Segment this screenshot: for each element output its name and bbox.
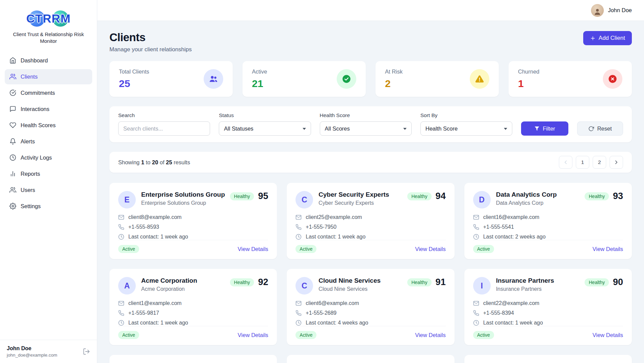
client-email: client8@example.com <box>128 214 182 220</box>
envelope-icon <box>118 214 124 220</box>
client-card: C Cyber Security Experts Cyber Security … <box>287 183 454 259</box>
client-email: client6@example.com <box>306 300 359 306</box>
view-details-link[interactable]: View Details <box>415 332 445 338</box>
sidebar-item-commitments[interactable]: Commitments <box>5 85 92 101</box>
chat-icon <box>9 106 16 112</box>
contact-list: client25@example.com +1-555-7950 Last co… <box>295 214 445 240</box>
client-phone: +1-555-7950 <box>306 224 336 230</box>
client-card <box>109 355 277 363</box>
sidebar-item-interactions[interactable]: Interactions <box>5 102 92 117</box>
status-badge: Active <box>473 331 494 339</box>
view-details-link[interactable]: View Details <box>415 246 445 252</box>
status-select[interactable]: All Statuses <box>219 121 311 136</box>
sidebar-item-dashboard[interactable]: Dashboard <box>5 53 92 68</box>
view-details-link[interactable]: View Details <box>238 246 268 252</box>
search-input[interactable] <box>118 121 210 136</box>
client-phone: +1-555-8593 <box>128 224 159 230</box>
clock-icon <box>9 154 16 161</box>
contact-list: client8@example.com +1-555-8593 Last con… <box>118 214 268 240</box>
bell-icon <box>9 138 16 145</box>
client-phone: +1-555-5541 <box>483 224 514 230</box>
client-last-contact: Last contact: 2 weeks ago <box>483 234 546 240</box>
health-badge: Healthy <box>230 278 254 286</box>
client-company: Data Analytics Corp <box>496 200 557 206</box>
status-label: Status <box>219 112 311 118</box>
client-avatar: C <box>295 191 313 208</box>
user-avatar[interactable] <box>591 4 604 17</box>
sidebar-item-label: Interactions <box>21 106 49 112</box>
search-field: Search <box>118 112 210 136</box>
sidebar-item-health-scores[interactable]: Health Scores <box>5 118 92 133</box>
client-email: client25@example.com <box>306 214 362 220</box>
envelope-icon <box>118 300 124 306</box>
sidebar-item-clients[interactable]: Clients <box>5 69 92 84</box>
view-details-link[interactable]: View Details <box>593 332 623 338</box>
envelope-icon <box>295 214 302 220</box>
pagination-next-button[interactable] <box>610 156 623 169</box>
status-badge: Active <box>295 245 316 253</box>
client-card: C Cloud Nine Services Cloud Nine Service… <box>287 269 454 345</box>
view-details-link[interactable]: View Details <box>238 332 268 338</box>
client-last-contact: Last contact: 1 week ago <box>483 320 543 326</box>
pagination-page-1[interactable]: 1 <box>576 156 589 169</box>
health-score-field: Health Score All Scores <box>320 112 412 136</box>
status-badge: Active <box>118 331 139 339</box>
sort-by-label: Sort By <box>420 112 512 118</box>
add-client-button[interactable]: Add Client <box>583 31 632 45</box>
client-card-header: E Enterprise Solutions Group Enterprise … <box>118 191 268 208</box>
phone-icon <box>473 310 479 316</box>
results-bar: Showing 1 to 20 of 25 results 1 2 <box>109 152 632 173</box>
app-subtitle: Client Trust & Relationship Risk Monitor <box>10 31 87 45</box>
sidebar-item-users[interactable]: Users <box>5 183 92 198</box>
contact-list: client1@example.com +1-555-9817 Last con… <box>118 300 268 326</box>
client-name: Data Analytics Corp <box>496 191 557 199</box>
sidebar-item-label: Commitments <box>21 90 55 96</box>
logo-text: CTRRM <box>26 12 71 25</box>
sidebar-item-label: Activity Logs <box>21 155 52 161</box>
phone-icon <box>473 224 479 230</box>
health-score-select[interactable]: All Scores <box>320 121 412 136</box>
add-client-label: Add Client <box>599 35 625 41</box>
sidebar-item-reports[interactable]: Reports <box>5 166 92 182</box>
stat-card-at-risk: At Risk 2 <box>376 61 499 97</box>
health-badge: Healthy <box>407 278 431 286</box>
client-card-footer: Active View Details <box>473 240 623 253</box>
filter-button-label: Filter <box>543 125 555 132</box>
stat-value: 2 <box>385 78 403 89</box>
envelope-icon <box>473 300 479 306</box>
client-phone: +1-555-2689 <box>306 310 336 316</box>
reset-button[interactable]: Reset <box>577 121 623 136</box>
sidebar-item-label: Health Scores <box>21 122 56 129</box>
clock-icon <box>118 234 124 240</box>
client-card-footer: Active View Details <box>295 240 445 253</box>
sidebar-item-alerts[interactable]: Alerts <box>5 134 92 149</box>
filter-button[interactable]: Filter <box>521 121 568 136</box>
sidebar-item-label: Dashboard <box>21 57 48 64</box>
app-logo: CTRRM Client Trust & Relationship Risk M… <box>0 0 97 48</box>
sidebar-item-label: Users <box>21 187 35 193</box>
stat-card-active: Active 21 <box>242 61 366 97</box>
stat-card-churned: Churned 1 <box>509 61 632 97</box>
sidebar-user: John Doe john_doe@example.com <box>0 340 97 363</box>
client-card: D Data Analytics Corp Data Analytics Cor… <box>464 183 632 259</box>
view-details-link[interactable]: View Details <box>593 246 623 252</box>
sort-by-field: Sort By Health Score <box>420 112 512 136</box>
sidebar-item-settings[interactable]: Settings <box>5 199 92 214</box>
topbar-user-name: John Doe <box>608 7 632 13</box>
pagination-prev-button[interactable] <box>559 156 572 169</box>
phone-icon <box>118 310 124 316</box>
pagination-page-2[interactable]: 2 <box>593 156 606 169</box>
sidebar-item-activity-logs[interactable]: Activity Logs <box>5 150 92 165</box>
logout-icon[interactable] <box>83 348 90 355</box>
topbar: John Doe <box>97 0 644 21</box>
client-name: Cloud Nine Services <box>318 277 381 285</box>
stat-value: 1 <box>518 78 539 89</box>
page-title: Clients <box>109 31 192 44</box>
envelope-icon <box>473 214 479 220</box>
status-field: Status All Statuses <box>219 112 311 136</box>
envelope-icon <box>295 300 302 306</box>
client-email: client1@example.com <box>128 300 182 306</box>
client-last-contact: Last contact: 1 week ago <box>128 234 188 240</box>
chevron-left-icon <box>563 159 569 165</box>
sort-by-select[interactable]: Health Score <box>420 121 512 136</box>
